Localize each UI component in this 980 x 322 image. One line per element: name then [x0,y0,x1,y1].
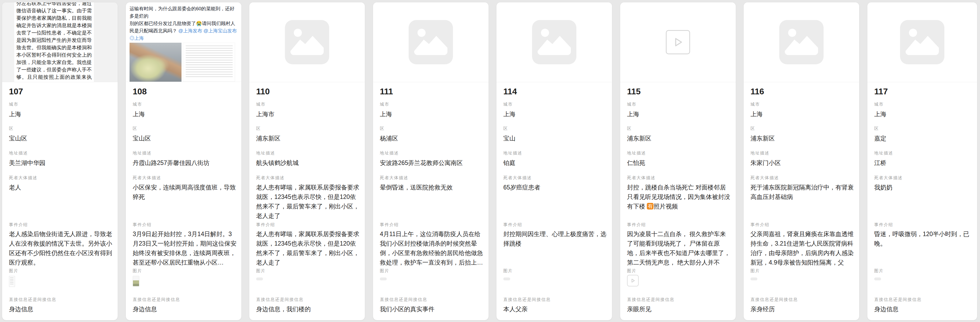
attachment-thumbnail[interactable] [133,276,139,286]
attachment-thumbnail[interactable] [256,278,263,280]
label-district: 区 [503,126,608,132]
attachment-thumbnail[interactable] [751,278,757,280]
value-direct: 亲眼所见 [627,305,732,314]
card-media-preview: 分左右联系上中华西居委会，通过微信语音确认了这一事实。由于需要保护患者家属的隐私… [2,2,118,82]
case-number: 115 [627,87,641,97]
value-district: 宝山区 [9,133,113,143]
value-city: 上海 [627,109,732,119]
wechat-text-screenshot: 分左右联系上中华西居委会，通过微信语音确认了这一事实。由于需要保护患者家属的隐私… [14,2,94,82]
label-direct: 直接信息还是间接信息 [874,297,973,303]
label-deceased: 死者大体描述 [133,175,237,181]
label-deceased: 死者大体描述 [380,175,484,181]
attachment-thumbnail[interactable] [380,278,387,280]
label-city: 城市 [627,102,732,107]
image-placeholder-icon [779,20,824,64]
label-deceased: 死者大体描述 [503,175,608,181]
case-card-117[interactable]: 117 城市 上海 区 嘉定 地址描述 江桥 死者大体描述 我奶奶 事件介绍 昏… [867,2,977,320]
label-direct: 直接信息还是间接信息 [380,297,484,303]
label-city: 城市 [503,102,608,107]
value-address: 安波路265弄兰花教师公寓南区 [380,158,484,168]
label-event: 事件介绍 [256,222,361,228]
value-district: 浦东新区 [256,133,361,143]
value-deceased: 封控，跳楼自杀当场死亡 对面楼邻居只看见听见现场情况，因为集体被封没有下楼 有照… [627,182,732,221]
value-deceased: 老人患有哮喘，家属联系居委报备要求就医，12345也表示尽快，但是120依然来不… [256,182,361,221]
value-district: 杨浦区 [380,133,484,143]
value-event: 因为凌晨十二点自杀， 很久救护车来了可能看到现场死了， 尸体留在原地，后来半夜也… [627,229,732,269]
value-event: 昏迷，呼吸微弱，120半小时到，已晚。 [874,229,973,269]
case-number: 114 [503,87,517,97]
value-deceased: 小区保安，连续两周高强度值班，导致猝死 [133,182,237,221]
label-city: 城市 [9,102,113,107]
label-address: 地址描述 [256,151,361,156]
case-card-116[interactable]: 116 城市 上海 区 浦东新区 地址描述 朱家门小区 死者大体描述 死于浦东医… [743,2,859,320]
card-media-preview [496,2,612,82]
label-deceased: 死者大体描述 [9,175,113,181]
label-deceased: 死者大体描述 [874,175,973,181]
attachment-thumbnail[interactable] [874,278,881,280]
value-deceased: 我奶奶 [874,182,973,221]
value-event: 3月9日起开始封控，3月14日解封。3月23日又一轮封控开始，期间这位保安始终没… [133,229,237,269]
attachment-thumbnail[interactable] [627,275,639,286]
value-direct: 身边信息，我们楼的 [256,305,361,314]
you-emoji-badge: 有 [647,203,654,209]
label-event: 事件介绍 [751,222,855,228]
case-number: 108 [133,87,147,97]
label-district: 区 [751,126,855,132]
tweet-photos [129,43,235,82]
label-district: 区 [627,126,732,132]
label-city: 城市 [133,102,237,107]
label-district: 区 [874,126,973,132]
attachment-thumbnail[interactable] [9,276,15,287]
label-event: 事件介绍 [380,222,484,228]
label-address: 地址描述 [627,151,732,156]
label-address: 地址描述 [874,151,973,156]
value-direct: 身边信息 [874,305,973,314]
label-deceased: 死者大体描述 [256,175,361,181]
value-district: 宝山区 [133,133,237,143]
value-address: 江桥 [874,158,973,168]
label-event: 事件介绍 [133,222,237,228]
label-address: 地址描述 [380,151,484,156]
image-placeholder-icon [285,20,329,64]
label-event: 事件介绍 [503,222,608,228]
case-number: 110 [256,87,270,97]
label-address: 地址描述 [9,151,113,156]
label-district: 区 [9,126,113,132]
value-event: 4月11日上午，这位消毒防疫人员在给我们小区封控楼做消杀的时候突然晕倒，小区里有… [380,229,484,269]
case-card-107[interactable]: 分左右联系上中华西居委会，通过微信语音确认了这一事实。由于需要保护患者家属的隐私… [2,2,118,320]
case-card-110[interactable]: 110 城市 上海市 区 浦东新区 地址描述 航头镇鹤沙航城 死者大体描述 老人… [249,2,365,320]
value-city: 上海 [751,109,855,119]
value-deceased: 晕倒昏迷，送医院抢救无效 [380,182,484,221]
case-card-108[interactable]: 运输有时间，为什么跟居委会的60的菜能到，还好多是烂的 别的区都已经分发过几批物… [126,2,242,320]
label-event: 事件介绍 [874,222,973,228]
label-deceased: 死者大体描述 [751,175,855,181]
value-address: 美兰湖中华园 [9,158,113,168]
value-direct: 我们小区的真实事件 [380,305,484,314]
value-district: 宝山 [503,133,608,143]
play-icon [672,36,684,48]
value-address: 朱家门小区 [751,158,855,168]
label-direct: 直接信息还是间接信息 [627,297,732,303]
value-address: 铂庭 [503,158,608,168]
video-placeholder-icon [666,30,690,54]
value-direct: 亲身经历 [751,305,855,314]
case-card-111[interactable]: 111 城市 上海 区 杨浦区 地址描述 安波路265弄兰花教师公寓南区 死者大… [373,2,489,320]
image-placeholder-icon [532,20,576,64]
value-address: 仁怡苑 [627,158,732,168]
case-number: 116 [751,87,764,97]
value-deceased: 死于浦东医院新冠隔离治疗中，有肾衰高血压封基础病 [751,182,855,221]
value-event: 封控期间因生理、心理上极度痛苦，选择跳楼 [503,229,608,269]
label-district: 区 [256,126,361,132]
attachment-thumbnail[interactable] [503,278,510,280]
case-card-114[interactable]: 114 城市 上海 区 宝山 地址描述 铂庭 死者大体描述 65岁癌症患者 事件… [496,2,612,320]
gallery-board: 分左右联系上中华西居委会，通过微信语音确认了这一事实。由于需要保护患者家属的隐私… [0,0,980,322]
value-city: 上海 [874,109,973,119]
case-card-115[interactable]: 115 城市 上海 区 浦东新区 地址描述 仁怡苑 死者大体描述 封控，跳楼自杀… [620,2,736,320]
case-number: 107 [9,87,23,97]
value-address: 丹霞山路257弄馨佳园八街坊 [133,158,237,168]
value-direct: 本人父亲 [503,305,608,314]
label-district: 区 [133,126,237,132]
label-district: 区 [380,126,484,132]
label-direct: 直接信息还是间接信息 [751,297,855,303]
value-direct: 身边信息 [9,305,113,314]
